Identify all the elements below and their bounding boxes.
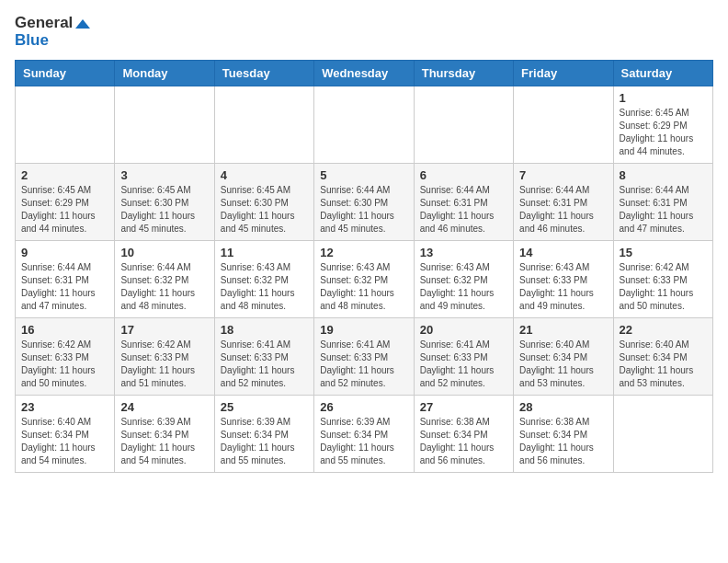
day-number: 13 xyxy=(420,246,507,259)
day-info: Sunrise: 6:43 AM Sunset: 6:32 PM Dayligh… xyxy=(221,261,308,313)
day-number: 4 xyxy=(221,168,308,182)
calendar-cell: 21Sunrise: 6:40 AM Sunset: 6:34 PM Dayli… xyxy=(514,318,613,396)
calendar-cell xyxy=(214,86,313,164)
calendar-header-monday: Monday xyxy=(115,61,214,86)
calendar-cell: 14Sunrise: 6:43 AM Sunset: 6:33 PM Dayli… xyxy=(514,241,613,318)
calendar-cell xyxy=(414,86,513,164)
day-number: 10 xyxy=(120,246,208,259)
day-info: Sunrise: 6:40 AM Sunset: 6:34 PM Dayligh… xyxy=(620,339,707,390)
calendar-week-row: 23Sunrise: 6:40 AM Sunset: 6:34 PM Dayli… xyxy=(16,396,713,473)
calendar-week-row: 16Sunrise: 6:42 AM Sunset: 6:33 PM Dayli… xyxy=(16,318,713,396)
day-info: Sunrise: 6:38 AM Sunset: 6:34 PM Dayligh… xyxy=(420,416,507,467)
day-number: 14 xyxy=(519,246,607,259)
day-number: 26 xyxy=(320,400,407,414)
day-info: Sunrise: 6:42 AM Sunset: 6:33 PM Dayligh… xyxy=(620,261,707,313)
day-number: 9 xyxy=(21,246,108,259)
calendar-header-wednesday: Wednesday xyxy=(314,61,414,86)
calendar-cell: 3Sunrise: 6:45 AM Sunset: 6:30 PM Daylig… xyxy=(115,164,214,241)
calendar-cell: 10Sunrise: 6:44 AM Sunset: 6:32 PM Dayli… xyxy=(115,241,214,318)
day-number: 1 xyxy=(620,91,707,105)
day-number: 16 xyxy=(21,323,108,337)
calendar-cell: 23Sunrise: 6:40 AM Sunset: 6:34 PM Dayli… xyxy=(16,396,115,473)
day-info: Sunrise: 6:39 AM Sunset: 6:34 PM Dayligh… xyxy=(120,416,208,467)
calendar-cell: 26Sunrise: 6:39 AM Sunset: 6:34 PM Dayli… xyxy=(314,396,414,473)
day-info: Sunrise: 6:45 AM Sunset: 6:30 PM Dayligh… xyxy=(120,184,208,236)
day-info: Sunrise: 6:41 AM Sunset: 6:33 PM Dayligh… xyxy=(420,339,507,390)
calendar-cell: 7Sunrise: 6:44 AM Sunset: 6:31 PM Daylig… xyxy=(514,164,613,241)
calendar-week-row: 1Sunrise: 6:45 AM Sunset: 6:29 PM Daylig… xyxy=(16,86,713,164)
day-info: Sunrise: 6:45 AM Sunset: 6:30 PM Dayligh… xyxy=(221,184,308,236)
calendar-cell: 8Sunrise: 6:44 AM Sunset: 6:31 PM Daylig… xyxy=(613,164,712,241)
day-info: Sunrise: 6:43 AM Sunset: 6:32 PM Dayligh… xyxy=(420,261,507,313)
day-info: Sunrise: 6:43 AM Sunset: 6:33 PM Dayligh… xyxy=(519,261,607,313)
day-info: Sunrise: 6:39 AM Sunset: 6:34 PM Dayligh… xyxy=(221,416,308,467)
day-info: Sunrise: 6:44 AM Sunset: 6:31 PM Dayligh… xyxy=(420,184,507,236)
day-info: Sunrise: 6:39 AM Sunset: 6:34 PM Dayligh… xyxy=(320,416,407,467)
calendar-cell xyxy=(514,86,613,164)
calendar-cell: 9Sunrise: 6:44 AM Sunset: 6:31 PM Daylig… xyxy=(16,241,115,318)
calendar-cell: 18Sunrise: 6:41 AM Sunset: 6:33 PM Dayli… xyxy=(214,318,313,396)
day-number: 21 xyxy=(519,323,607,337)
calendar-cell: 11Sunrise: 6:43 AM Sunset: 6:32 PM Dayli… xyxy=(214,241,313,318)
calendar-cell: 27Sunrise: 6:38 AM Sunset: 6:34 PM Dayli… xyxy=(414,396,513,473)
day-info: Sunrise: 6:45 AM Sunset: 6:29 PM Dayligh… xyxy=(620,107,707,158)
calendar-cell: 19Sunrise: 6:41 AM Sunset: 6:33 PM Dayli… xyxy=(314,318,414,396)
day-number: 23 xyxy=(21,400,108,414)
day-number: 2 xyxy=(21,168,108,182)
calendar-cell: 25Sunrise: 6:39 AM Sunset: 6:34 PM Dayli… xyxy=(214,396,313,473)
day-number: 5 xyxy=(320,168,407,182)
calendar-cell: 4Sunrise: 6:45 AM Sunset: 6:30 PM Daylig… xyxy=(214,164,313,241)
calendar-cell: 5Sunrise: 6:44 AM Sunset: 6:30 PM Daylig… xyxy=(314,164,414,241)
day-info: Sunrise: 6:42 AM Sunset: 6:33 PM Dayligh… xyxy=(120,339,208,390)
calendar-week-row: 9Sunrise: 6:44 AM Sunset: 6:31 PM Daylig… xyxy=(16,241,713,318)
day-info: Sunrise: 6:40 AM Sunset: 6:34 PM Dayligh… xyxy=(21,416,108,467)
day-info: Sunrise: 6:38 AM Sunset: 6:34 PM Dayligh… xyxy=(519,416,607,467)
calendar-header-sunday: Sunday xyxy=(16,61,115,86)
calendar-header-thursday: Thursday xyxy=(414,61,513,86)
day-info: Sunrise: 6:44 AM Sunset: 6:31 PM Dayligh… xyxy=(519,184,607,236)
day-number: 8 xyxy=(620,168,707,182)
day-number: 15 xyxy=(620,246,707,259)
calendar-cell: 24Sunrise: 6:39 AM Sunset: 6:34 PM Dayli… xyxy=(115,396,214,473)
day-number: 11 xyxy=(221,246,308,259)
page-header: General Blue xyxy=(15,15,713,49)
calendar-cell: 13Sunrise: 6:43 AM Sunset: 6:32 PM Dayli… xyxy=(414,241,513,318)
calendar-cell: 17Sunrise: 6:42 AM Sunset: 6:33 PM Dayli… xyxy=(115,318,214,396)
day-number: 25 xyxy=(221,400,308,414)
day-number: 12 xyxy=(320,246,407,259)
logo: General Blue xyxy=(15,15,90,49)
day-number: 27 xyxy=(420,400,507,414)
day-number: 6 xyxy=(420,168,507,182)
calendar-cell xyxy=(115,86,214,164)
calendar-header-tuesday: Tuesday xyxy=(214,61,313,86)
day-info: Sunrise: 6:41 AM Sunset: 6:33 PM Dayligh… xyxy=(320,339,407,390)
day-number: 20 xyxy=(420,323,507,337)
calendar-cell: 16Sunrise: 6:42 AM Sunset: 6:33 PM Dayli… xyxy=(16,318,115,396)
logo-text: General Blue xyxy=(15,15,90,49)
day-number: 24 xyxy=(120,400,208,414)
calendar-header-row: SundayMondayTuesdayWednesdayThursdayFrid… xyxy=(16,61,713,86)
calendar-cell: 6Sunrise: 6:44 AM Sunset: 6:31 PM Daylig… xyxy=(414,164,513,241)
calendar-cell: 1Sunrise: 6:45 AM Sunset: 6:29 PM Daylig… xyxy=(613,86,712,164)
calendar-cell: 2Sunrise: 6:45 AM Sunset: 6:29 PM Daylig… xyxy=(16,164,115,241)
day-number: 3 xyxy=(120,168,208,182)
calendar-cell: 22Sunrise: 6:40 AM Sunset: 6:34 PM Dayli… xyxy=(613,318,712,396)
calendar-cell: 15Sunrise: 6:42 AM Sunset: 6:33 PM Dayli… xyxy=(613,241,712,318)
calendar-header-saturday: Saturday xyxy=(613,61,712,86)
calendar-table: SundayMondayTuesdayWednesdayThursdayFrid… xyxy=(15,60,713,473)
day-number: 22 xyxy=(620,323,707,337)
calendar-cell: 12Sunrise: 6:43 AM Sunset: 6:32 PM Dayli… xyxy=(314,241,414,318)
day-number: 28 xyxy=(519,400,607,414)
calendar-cell: 20Sunrise: 6:41 AM Sunset: 6:33 PM Dayli… xyxy=(414,318,513,396)
calendar-header-friday: Friday xyxy=(514,61,613,86)
calendar-cell: 28Sunrise: 6:38 AM Sunset: 6:34 PM Dayli… xyxy=(514,396,613,473)
day-number: 18 xyxy=(221,323,308,337)
calendar-cell xyxy=(16,86,115,164)
day-info: Sunrise: 6:44 AM Sunset: 6:31 PM Dayligh… xyxy=(620,184,707,236)
day-info: Sunrise: 6:44 AM Sunset: 6:32 PM Dayligh… xyxy=(120,261,208,313)
day-info: Sunrise: 6:45 AM Sunset: 6:29 PM Dayligh… xyxy=(21,184,108,236)
day-number: 17 xyxy=(120,323,208,337)
day-number: 7 xyxy=(519,168,607,182)
day-info: Sunrise: 6:41 AM Sunset: 6:33 PM Dayligh… xyxy=(221,339,308,390)
day-info: Sunrise: 6:40 AM Sunset: 6:34 PM Dayligh… xyxy=(519,339,607,390)
